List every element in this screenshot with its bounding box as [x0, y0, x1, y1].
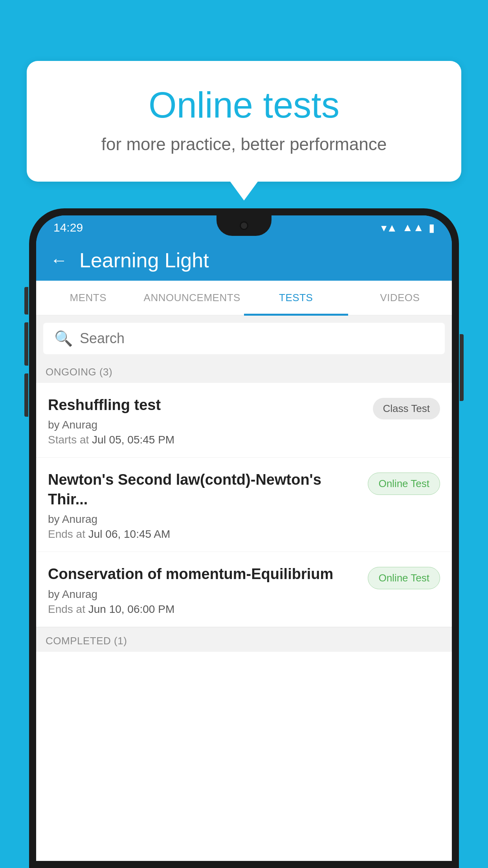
- test-author-1: by Anurag: [48, 419, 365, 431]
- test-name-1: Reshuffling test: [48, 395, 365, 415]
- test-time-3: Ends at Jun 10, 06:00 PM: [48, 603, 360, 616]
- app-header: ← Learning Light: [36, 240, 452, 281]
- power-button: [460, 334, 464, 401]
- tab-ments[interactable]: MENTS: [36, 281, 140, 315]
- test-item-2[interactable]: Newton's Second law(contd)-Newton's Thir…: [36, 458, 452, 552]
- volume-up-button: [24, 287, 28, 314]
- test-item-1-left: Reshuffling test by Anurag Starts at Jul…: [48, 395, 365, 446]
- phone-outer: 14:29 ▾▲ ▲▲ ▮ ← Learning Light MENTS: [29, 208, 459, 868]
- notch: [216, 215, 272, 236]
- speech-bubble: Online tests for more practice, better p…: [27, 61, 461, 182]
- battery-icon: ▮: [429, 221, 435, 234]
- test-badge-2: Online Test: [368, 473, 440, 495]
- test-name-2: Newton's Second law(contd)-Newton's Thir…: [48, 470, 360, 509]
- test-item-1[interactable]: Reshuffling test by Anurag Starts at Jul…: [36, 383, 452, 458]
- status-icons: ▾▲ ▲▲ ▮: [381, 221, 435, 234]
- test-item-3-left: Conservation of momentum-Equilibrium by …: [48, 565, 360, 615]
- search-input[interactable]: [80, 330, 434, 347]
- search-bar[interactable]: 🔍: [43, 323, 445, 354]
- content-area: 🔍 ONGOING (3) Reshuffling test by Anurag…: [36, 316, 452, 861]
- bubble-title: Online tests: [58, 85, 430, 126]
- test-author-2: by Anurag: [48, 513, 360, 526]
- tab-announcements[interactable]: ANNOUNCEMENTS: [140, 281, 244, 315]
- phone-frame: 14:29 ▾▲ ▲▲ ▮ ← Learning Light MENTS: [29, 208, 459, 868]
- volume-down-button: [24, 322, 28, 366]
- camera-icon: [240, 221, 248, 230]
- status-time: 14:29: [53, 221, 83, 234]
- tabs-bar: MENTS ANNOUNCEMENTS TESTS VIDEOS: [36, 281, 452, 316]
- status-bar: 14:29 ▾▲ ▲▲ ▮: [36, 215, 452, 240]
- test-author-3: by Anurag: [48, 588, 360, 601]
- tab-tests[interactable]: TESTS: [244, 281, 348, 315]
- wifi-icon: ▾▲: [381, 221, 398, 234]
- test-time-1: Starts at Jul 05, 05:45 PM: [48, 434, 365, 446]
- app-title: Learning Light: [79, 248, 209, 272]
- signal-icon: ▲▲: [402, 221, 424, 234]
- search-icon: 🔍: [54, 330, 73, 347]
- silent-button: [24, 373, 28, 417]
- bubble-subtitle: for more practice, better performance: [58, 134, 430, 154]
- test-item-3[interactable]: Conservation of momentum-Equilibrium by …: [36, 552, 452, 627]
- phone-inner: 14:29 ▾▲ ▲▲ ▮ ← Learning Light MENTS: [36, 215, 452, 861]
- test-item-2-left: Newton's Second law(contd)-Newton's Thir…: [48, 470, 360, 541]
- test-badge-1: Class Test: [373, 398, 440, 419]
- test-name-3: Conservation of momentum-Equilibrium: [48, 565, 360, 584]
- completed-section-header: COMPLETED (1): [36, 627, 452, 652]
- ongoing-section-header: ONGOING (3): [36, 359, 452, 383]
- test-time-2: Ends at Jul 06, 10:45 AM: [48, 528, 360, 541]
- tab-videos[interactable]: VIDEOS: [348, 281, 452, 315]
- test-badge-3: Online Test: [368, 567, 440, 589]
- back-button[interactable]: ←: [50, 250, 68, 270]
- speech-bubble-container: Online tests for more practice, better p…: [27, 61, 461, 182]
- test-list: Reshuffling test by Anurag Starts at Jul…: [36, 383, 452, 861]
